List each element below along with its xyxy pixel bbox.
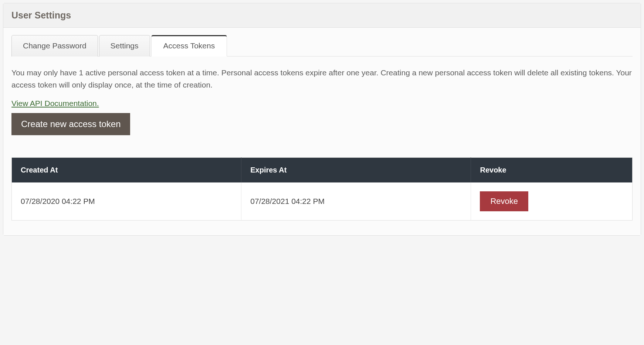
tab-change-password[interactable]: Change Password [11, 35, 98, 57]
tab-access-tokens[interactable]: Access Tokens [151, 35, 227, 57]
tab-settings[interactable]: Settings [99, 35, 150, 57]
table-row: 07/28/2020 04:22 PM 07/28/2021 04:22 PM … [12, 182, 633, 221]
cell-revoke: Revoke [471, 182, 633, 221]
cell-created-at: 07/28/2020 04:22 PM [12, 182, 241, 221]
col-header-expires-at: Expires At [241, 158, 471, 183]
access-tokens-description: You may only have 1 active personal acce… [11, 67, 633, 91]
cell-expires-at: 07/28/2021 04:22 PM [241, 182, 471, 221]
panel-header: User Settings [3, 3, 641, 28]
tabs: Change Password Settings Access Tokens [11, 35, 633, 57]
col-header-created-at: Created At [12, 158, 241, 183]
col-header-revoke: Revoke [471, 158, 633, 183]
revoke-button[interactable]: Revoke [480, 191, 528, 211]
access-tokens-table: Created At Expires At Revoke 07/28/2020 … [11, 157, 633, 221]
panel-body: Change Password Settings Access Tokens Y… [3, 28, 641, 235]
create-access-token-button[interactable]: Create new access token [11, 113, 130, 135]
user-settings-panel: User Settings Change Password Settings A… [3, 3, 641, 236]
api-documentation-link[interactable]: View API Documentation. [11, 99, 99, 108]
table-header-row: Created At Expires At Revoke [12, 158, 633, 183]
panel-title: User Settings [11, 10, 633, 21]
